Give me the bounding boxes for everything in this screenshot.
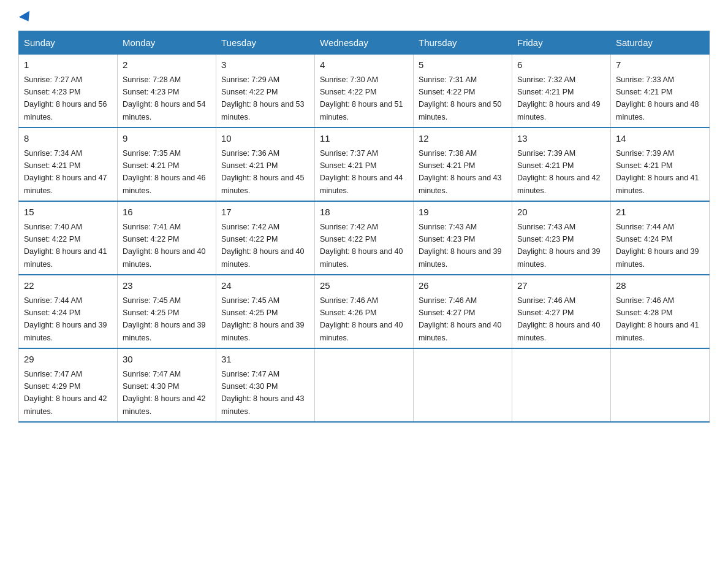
day-number: 23 xyxy=(123,279,211,293)
header-cell-tuesday: Tuesday xyxy=(216,31,315,55)
header-cell-wednesday: Wednesday xyxy=(315,31,414,55)
day-number: 18 xyxy=(320,205,408,220)
day-info: Sunrise: 7:37 AMSunset: 4:21 PMDaylight:… xyxy=(320,149,403,195)
day-info: Sunrise: 7:40 AMSunset: 4:22 PMDaylight:… xyxy=(24,223,107,269)
day-number: 6 xyxy=(517,58,605,72)
day-info: Sunrise: 7:32 AMSunset: 4:21 PMDaylight:… xyxy=(517,75,601,121)
day-cell: 17 Sunrise: 7:42 AMSunset: 4:22 PMDaylig… xyxy=(216,201,315,275)
day-number: 17 xyxy=(221,205,309,220)
day-cell xyxy=(512,348,611,422)
day-number: 27 xyxy=(517,279,605,293)
week-row-2: 8 Sunrise: 7:34 AMSunset: 4:21 PMDayligh… xyxy=(19,128,710,201)
day-info: Sunrise: 7:42 AMSunset: 4:22 PMDaylight:… xyxy=(221,223,305,269)
day-cell: 4 Sunrise: 7:30 AMSunset: 4:22 PMDayligh… xyxy=(315,55,414,128)
day-number: 30 xyxy=(123,353,211,367)
day-number: 10 xyxy=(221,132,309,146)
day-info: Sunrise: 7:46 AMSunset: 4:28 PMDaylight:… xyxy=(616,296,699,342)
day-info: Sunrise: 7:47 AMSunset: 4:30 PMDaylight:… xyxy=(123,370,206,416)
day-cell: 30 Sunrise: 7:47 AMSunset: 4:30 PMDaylig… xyxy=(118,348,216,422)
day-info: Sunrise: 7:47 AMSunset: 4:29 PMDaylight:… xyxy=(24,370,107,416)
day-cell: 12 Sunrise: 7:38 AMSunset: 4:21 PMDaylig… xyxy=(414,128,512,201)
day-cell: 19 Sunrise: 7:43 AMSunset: 4:23 PMDaylig… xyxy=(414,201,512,275)
day-cell: 29 Sunrise: 7:47 AMSunset: 4:29 PMDaylig… xyxy=(19,348,118,422)
week-row-4: 22 Sunrise: 7:44 AMSunset: 4:24 PMDaylig… xyxy=(19,275,710,348)
day-info: Sunrise: 7:47 AMSunset: 4:30 PMDaylight:… xyxy=(221,370,305,416)
day-info: Sunrise: 7:44 AMSunset: 4:24 PMDaylight:… xyxy=(616,223,699,269)
day-cell xyxy=(611,348,710,422)
calendar-body: 1 Sunrise: 7:27 AMSunset: 4:23 PMDayligh… xyxy=(19,55,710,423)
day-info: Sunrise: 7:35 AMSunset: 4:21 PMDaylight:… xyxy=(123,149,206,195)
day-number: 26 xyxy=(419,279,507,293)
day-number: 28 xyxy=(616,279,704,293)
day-cell: 24 Sunrise: 7:45 AMSunset: 4:25 PMDaylig… xyxy=(216,275,315,348)
logo-arrow-icon xyxy=(19,11,34,25)
calendar-table: SundayMondayTuesdayWednesdayThursdayFrid… xyxy=(18,31,710,423)
day-cell: 10 Sunrise: 7:36 AMSunset: 4:21 PMDaylig… xyxy=(216,128,315,201)
week-row-3: 15 Sunrise: 7:40 AMSunset: 4:22 PMDaylig… xyxy=(19,201,710,275)
day-info: Sunrise: 7:42 AMSunset: 4:22 PMDaylight:… xyxy=(320,223,403,269)
day-number: 13 xyxy=(517,132,605,146)
day-info: Sunrise: 7:39 AMSunset: 4:21 PMDaylight:… xyxy=(517,149,601,195)
logo-text xyxy=(18,12,33,21)
day-cell: 22 Sunrise: 7:44 AMSunset: 4:24 PMDaylig… xyxy=(19,275,118,348)
day-info: Sunrise: 7:46 AMSunset: 4:26 PMDaylight:… xyxy=(320,296,403,342)
day-cell: 15 Sunrise: 7:40 AMSunset: 4:22 PMDaylig… xyxy=(19,201,118,275)
day-number: 3 xyxy=(221,58,309,72)
day-cell: 31 Sunrise: 7:47 AMSunset: 4:30 PMDaylig… xyxy=(216,348,315,422)
day-cell: 23 Sunrise: 7:45 AMSunset: 4:25 PMDaylig… xyxy=(118,275,216,348)
day-info: Sunrise: 7:43 AMSunset: 4:23 PMDaylight:… xyxy=(419,223,502,269)
week-row-1: 1 Sunrise: 7:27 AMSunset: 4:23 PMDayligh… xyxy=(19,55,710,128)
day-cell: 14 Sunrise: 7:39 AMSunset: 4:21 PMDaylig… xyxy=(611,128,710,201)
day-cell: 3 Sunrise: 7:29 AMSunset: 4:22 PMDayligh… xyxy=(216,55,315,128)
day-number: 11 xyxy=(320,132,408,146)
day-cell: 27 Sunrise: 7:46 AMSunset: 4:27 PMDaylig… xyxy=(512,275,611,348)
day-cell: 7 Sunrise: 7:33 AMSunset: 4:21 PMDayligh… xyxy=(611,55,710,128)
day-cell: 28 Sunrise: 7:46 AMSunset: 4:28 PMDaylig… xyxy=(611,275,710,348)
day-cell: 18 Sunrise: 7:42 AMSunset: 4:22 PMDaylig… xyxy=(315,201,414,275)
day-info: Sunrise: 7:29 AMSunset: 4:22 PMDaylight:… xyxy=(221,75,305,121)
day-info: Sunrise: 7:38 AMSunset: 4:21 PMDaylight:… xyxy=(419,149,502,195)
day-info: Sunrise: 7:44 AMSunset: 4:24 PMDaylight:… xyxy=(24,296,107,342)
day-cell: 9 Sunrise: 7:35 AMSunset: 4:21 PMDayligh… xyxy=(118,128,216,201)
day-number: 9 xyxy=(123,132,211,146)
day-cell: 1 Sunrise: 7:27 AMSunset: 4:23 PMDayligh… xyxy=(19,55,118,128)
header-cell-friday: Friday xyxy=(512,31,611,55)
day-number: 21 xyxy=(616,205,704,220)
day-number: 4 xyxy=(320,58,408,72)
day-info: Sunrise: 7:27 AMSunset: 4:23 PMDaylight:… xyxy=(24,75,107,121)
calendar-header: SundayMondayTuesdayWednesdayThursdayFrid… xyxy=(19,31,710,55)
day-info: Sunrise: 7:45 AMSunset: 4:25 PMDaylight:… xyxy=(123,296,206,342)
day-cell: 8 Sunrise: 7:34 AMSunset: 4:21 PMDayligh… xyxy=(19,128,118,201)
day-number: 22 xyxy=(24,279,112,293)
header-row: SundayMondayTuesdayWednesdayThursdayFrid… xyxy=(19,31,710,55)
day-info: Sunrise: 7:46 AMSunset: 4:27 PMDaylight:… xyxy=(419,296,502,342)
day-info: Sunrise: 7:41 AMSunset: 4:22 PMDaylight:… xyxy=(123,223,206,269)
day-info: Sunrise: 7:31 AMSunset: 4:22 PMDaylight:… xyxy=(419,75,502,121)
day-number: 19 xyxy=(419,205,507,220)
day-info: Sunrise: 7:33 AMSunset: 4:21 PMDaylight:… xyxy=(616,75,699,121)
day-info: Sunrise: 7:45 AMSunset: 4:25 PMDaylight:… xyxy=(221,296,305,342)
day-info: Sunrise: 7:46 AMSunset: 4:27 PMDaylight:… xyxy=(517,296,601,342)
day-number: 16 xyxy=(123,205,211,220)
day-cell: 13 Sunrise: 7:39 AMSunset: 4:21 PMDaylig… xyxy=(512,128,611,201)
day-number: 5 xyxy=(419,58,507,72)
day-cell: 6 Sunrise: 7:32 AMSunset: 4:21 PMDayligh… xyxy=(512,55,611,128)
header-cell-sunday: Sunday xyxy=(19,31,118,55)
day-number: 12 xyxy=(419,132,507,146)
day-number: 31 xyxy=(221,353,309,367)
day-info: Sunrise: 7:43 AMSunset: 4:23 PMDaylight:… xyxy=(517,223,601,269)
week-row-5: 29 Sunrise: 7:47 AMSunset: 4:29 PMDaylig… xyxy=(19,348,710,422)
day-cell: 25 Sunrise: 7:46 AMSunset: 4:26 PMDaylig… xyxy=(315,275,414,348)
day-number: 15 xyxy=(24,205,112,220)
day-number: 7 xyxy=(616,58,704,72)
day-cell: 5 Sunrise: 7:31 AMSunset: 4:22 PMDayligh… xyxy=(414,55,512,128)
day-number: 29 xyxy=(24,353,112,367)
day-info: Sunrise: 7:39 AMSunset: 4:21 PMDaylight:… xyxy=(616,149,699,195)
day-cell: 21 Sunrise: 7:44 AMSunset: 4:24 PMDaylig… xyxy=(611,201,710,275)
day-number: 25 xyxy=(320,279,408,293)
day-cell: 16 Sunrise: 7:41 AMSunset: 4:22 PMDaylig… xyxy=(118,201,216,275)
logo xyxy=(18,12,33,18)
day-cell xyxy=(414,348,512,422)
day-number: 20 xyxy=(517,205,605,220)
day-cell: 20 Sunrise: 7:43 AMSunset: 4:23 PMDaylig… xyxy=(512,201,611,275)
